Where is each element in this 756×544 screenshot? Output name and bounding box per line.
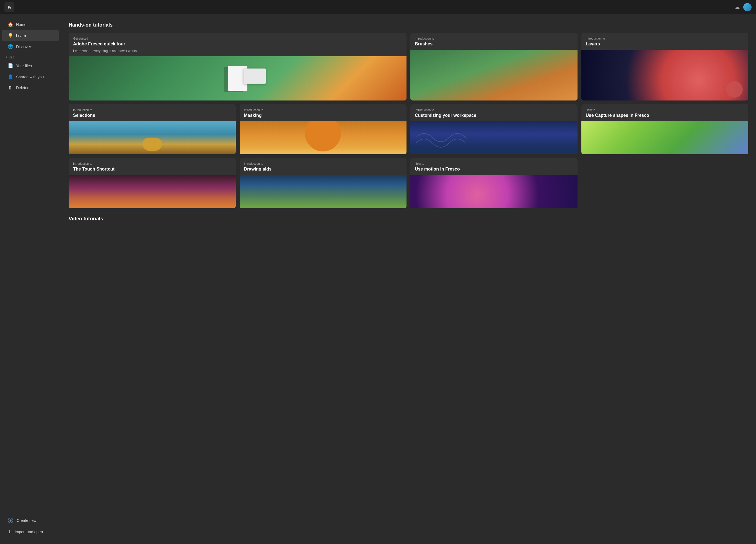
masking-subtitle: Introduction to xyxy=(244,108,402,112)
tutorial-card-workspace[interactable]: Introduction to Customizing your workspa… xyxy=(410,104,578,154)
your-files-icon: 📄 xyxy=(8,63,13,68)
brushes-illustration xyxy=(410,50,578,100)
cloud-icon[interactable]: ☁ xyxy=(734,4,740,11)
sidebar-item-label-shared: Shared with you xyxy=(16,75,44,79)
capture-title: Use Capture shapes in Fresco xyxy=(586,113,744,118)
touch-image xyxy=(69,175,236,208)
selections-illustration xyxy=(69,121,236,154)
drawing-aids-title: Drawing aids xyxy=(244,166,402,172)
sidebar-item-learn[interactable]: 💡 Learn xyxy=(2,30,59,41)
sidebar-item-your-files[interactable]: 📄 Your files xyxy=(2,60,59,71)
sidebar-item-shared[interactable]: 👤 Shared with you xyxy=(2,71,59,82)
sidebar: 🏠 Home 💡 Learn 🌐 Discover FILES 📄 Your f… xyxy=(0,14,61,544)
quick-tour-image xyxy=(69,56,407,100)
layers-title: Layers xyxy=(586,41,744,47)
drawing-aids-subtitle: Introduction to xyxy=(244,162,402,165)
capture-illustration xyxy=(581,121,749,154)
tutorial-grid: Get started Adobe Fresco quick tour Lear… xyxy=(69,33,748,208)
sidebar-item-home[interactable]: 🏠 Home xyxy=(2,19,59,30)
hands-on-section-title: Hands-on tutorials xyxy=(69,22,748,28)
tutorial-card-selections[interactable]: Introduction to Selections xyxy=(69,104,236,154)
sidebar-item-label-learn: Learn xyxy=(16,33,26,38)
layers-subtitle: Introduction to xyxy=(586,37,744,40)
home-icon: 🏠 xyxy=(8,22,13,27)
brushes-title: Brushes xyxy=(415,41,573,47)
workspace-card-text: Introduction to Customizing your workspa… xyxy=(410,104,578,121)
files-section-label: FILES xyxy=(0,52,61,60)
shared-icon: 👤 xyxy=(8,74,13,79)
layers-image xyxy=(581,50,749,100)
motion-illustration xyxy=(410,175,578,208)
quick-tour-title: Adobe Fresco quick tour xyxy=(73,41,402,47)
sidebar-item-label-discover: Discover xyxy=(16,45,31,49)
quick-tour-illustration xyxy=(69,56,407,100)
selections-subtitle: Introduction to xyxy=(73,108,231,112)
layers-illustration xyxy=(581,50,749,100)
tutorial-card-capture[interactable]: How to Use Capture shapes in Fresco xyxy=(581,104,749,154)
video-section-title: Video tutorials xyxy=(69,216,748,222)
sidebar-item-label-home: Home xyxy=(16,22,26,27)
tutorial-card-drawing-aids[interactable]: Introduction to Drawing aids xyxy=(240,158,407,208)
discover-icon: 🌐 xyxy=(8,44,13,49)
quick-tour-subtitle: Get started xyxy=(73,37,402,40)
tutorial-card-motion[interactable]: How to Use motion in Fresco xyxy=(410,158,578,208)
motion-title: Use motion in Fresco xyxy=(415,166,573,172)
import-open-label: Import and open xyxy=(15,530,43,534)
sidebar-item-discover[interactable]: 🌐 Discover xyxy=(2,41,59,52)
masking-title: Masking xyxy=(244,113,402,118)
quick-tour-card-text: Get started Adobe Fresco quick tour Lear… xyxy=(69,33,407,56)
tutorial-card-masking[interactable]: Introduction to Masking xyxy=(240,104,407,154)
topbar-right: ☁ xyxy=(734,3,752,11)
brushes-card-text: Introduction to Brushes xyxy=(410,33,578,50)
touch-card-text: Introduction to The Touch Shortcut xyxy=(69,158,236,175)
tutorial-card-touch[interactable]: Introduction to The Touch Shortcut xyxy=(69,158,236,208)
topbar-left: Fr xyxy=(4,2,14,12)
create-new-label: Create new xyxy=(17,518,37,523)
motion-image xyxy=(410,175,578,208)
workspace-subtitle: Introduction to xyxy=(415,108,573,112)
capture-card-text: How to Use Capture shapes in Fresco xyxy=(581,104,749,121)
sidebar-item-label-your-files: Your files xyxy=(16,64,32,68)
learn-icon: 💡 xyxy=(8,33,13,38)
motion-card-text: How to Use motion in Fresco xyxy=(410,158,578,175)
touch-subtitle: Introduction to xyxy=(73,162,231,165)
selections-image xyxy=(69,121,236,154)
deleted-icon: 🗑 xyxy=(8,85,13,90)
selections-card-text: Introduction to Selections xyxy=(69,104,236,121)
topbar: Fr ☁ xyxy=(0,0,756,14)
workspace-illustration xyxy=(410,121,578,154)
create-new-icon: + xyxy=(8,518,13,523)
brushes-image xyxy=(410,50,578,100)
main-layout: 🏠 Home 💡 Learn 🌐 Discover FILES 📄 Your f… xyxy=(0,14,756,544)
sidebar-top: 🏠 Home 💡 Learn 🌐 Discover FILES 📄 Your f… xyxy=(0,19,61,93)
app-logo: Fr xyxy=(4,2,14,12)
selections-title: Selections xyxy=(73,113,231,118)
masking-card-text: Introduction to Masking xyxy=(240,104,407,121)
import-icon: ⬆ xyxy=(8,529,11,534)
tutorial-card-brushes[interactable]: Introduction to Brushes xyxy=(410,33,578,100)
layers-card-text: Introduction to Layers xyxy=(581,33,749,50)
avatar[interactable] xyxy=(743,3,752,11)
content-area: Hands-on tutorials Get started Adobe Fre… xyxy=(61,14,756,544)
create-new-button[interactable]: + Create new xyxy=(2,515,59,526)
sidebar-item-deleted[interactable]: 🗑 Deleted xyxy=(2,82,59,93)
import-open-button[interactable]: ⬆ Import and open xyxy=(2,526,59,537)
motion-subtitle: How to xyxy=(415,162,573,165)
tutorial-card-quick-tour[interactable]: Get started Adobe Fresco quick tour Lear… xyxy=(69,33,407,100)
drawing-aids-illustration xyxy=(240,175,407,208)
sidebar-item-label-deleted: Deleted xyxy=(16,85,29,90)
masking-image xyxy=(240,121,407,154)
capture-image xyxy=(581,121,749,154)
workspace-image xyxy=(410,121,578,154)
sidebar-bottom: + Create new ⬆ Import and open xyxy=(0,515,61,540)
workspace-title: Customizing your workspace xyxy=(415,113,573,118)
brushes-subtitle: Introduction to xyxy=(415,37,573,40)
capture-subtitle: How to xyxy=(586,108,744,112)
drawing-aids-image xyxy=(240,175,407,208)
touch-illustration xyxy=(69,175,236,208)
quick-tour-description: Learn where everything is and how it wor… xyxy=(73,49,402,53)
drawing-aids-card-text: Introduction to Drawing aids xyxy=(240,158,407,175)
tutorial-card-layers[interactable]: Introduction to Layers xyxy=(581,33,749,100)
masking-illustration xyxy=(240,121,407,154)
touch-title: The Touch Shortcut xyxy=(73,166,231,172)
